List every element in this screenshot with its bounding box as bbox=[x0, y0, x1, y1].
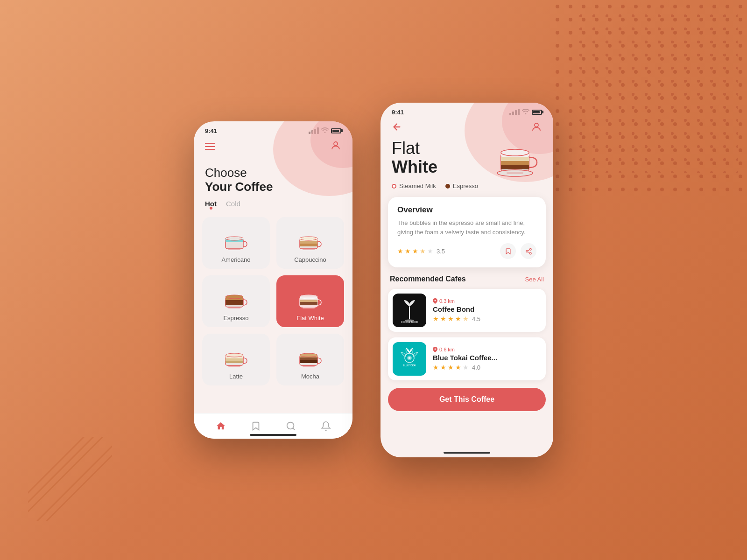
americano-cup bbox=[220, 225, 253, 252]
svg-line-60 bbox=[528, 250, 529, 251]
coffee-bond-name: Coffee Bond bbox=[433, 305, 541, 313]
cafe-card-blue-tokai[interactable]: BLUE TOKAI 0.6 km Blue Tokai Coffee... ★… bbox=[388, 337, 546, 380]
title-your-coffee: Your Coffee bbox=[205, 180, 341, 194]
dots-decoration bbox=[551, 0, 747, 196]
svg-text:COFFEE BOND: COFFEE BOND bbox=[401, 321, 418, 323]
ingredient-steamed-milk: Steamed Milk bbox=[392, 182, 436, 189]
svg-point-43 bbox=[287, 422, 294, 429]
svg-rect-55 bbox=[507, 172, 523, 174]
coffee-card-espresso[interactable]: Espresso bbox=[202, 275, 270, 327]
nav-bookmark[interactable] bbox=[249, 419, 263, 433]
svg-text:BLUE TOKAI: BLUE TOKAI bbox=[403, 364, 416, 367]
wifi-icon-1 bbox=[321, 127, 329, 134]
filter-hot[interactable]: Hot bbox=[205, 200, 217, 210]
hamburger-menu[interactable] bbox=[205, 143, 215, 150]
phone1-header bbox=[194, 136, 352, 159]
battery-icon-2 bbox=[532, 110, 542, 115]
recommended-title: Recommended Cafes bbox=[390, 275, 466, 283]
profile-icon-2[interactable] bbox=[531, 121, 542, 134]
svg-rect-16 bbox=[300, 241, 317, 244]
flat-white-name-grid: Flat White bbox=[296, 315, 324, 322]
steamed-milk-label: Steamed Milk bbox=[399, 182, 436, 189]
action-icons bbox=[500, 243, 536, 259]
get-coffee-button[interactable]: Get This Coffee bbox=[388, 388, 546, 411]
coffee-bond-rating: 4.5 bbox=[472, 315, 480, 322]
back-button[interactable] bbox=[392, 122, 402, 134]
star-half: ★ bbox=[420, 247, 426, 255]
espresso-label: Espresso bbox=[453, 182, 478, 189]
title-choose: Choose bbox=[205, 166, 341, 180]
svg-point-41 bbox=[300, 353, 317, 357]
svg-rect-17 bbox=[300, 244, 317, 246]
svg-point-58 bbox=[529, 252, 531, 254]
svg-point-56 bbox=[529, 248, 531, 250]
status-icons-2 bbox=[509, 108, 542, 116]
svg-line-59 bbox=[528, 252, 529, 252]
svg-point-53 bbox=[501, 149, 529, 156]
coffee-bond-logo: COFFEE BOND bbox=[393, 294, 426, 327]
home-bar-2 bbox=[444, 452, 490, 454]
lines-decoration bbox=[28, 437, 112, 523]
filter-tabs: Hot Cold bbox=[194, 198, 352, 217]
share-button[interactable] bbox=[521, 243, 536, 259]
coffee-card-cappuccino[interactable]: Cappuccino bbox=[276, 217, 344, 269]
cafe-card-coffee-bond[interactable]: COFFEE BOND 0.3 km Coffee Bond ★ ★ ★ ★ ★ bbox=[388, 289, 546, 332]
wifi-icon-2 bbox=[522, 108, 529, 116]
blue-tokai-rating: 4.0 bbox=[472, 364, 480, 371]
status-time-2: 9:41 bbox=[392, 109, 404, 116]
ingredient-espresso: Espresso bbox=[445, 182, 478, 189]
mocha-cup bbox=[294, 342, 327, 368]
rating-stars: ★ ★ ★ ★ ★ 3.5 bbox=[397, 247, 445, 255]
svg-rect-51 bbox=[501, 161, 529, 165]
coffee-card-latte[interactable]: Latte bbox=[202, 334, 270, 385]
cappuccino-cup bbox=[294, 225, 327, 252]
mocha-name: Mocha bbox=[301, 373, 319, 380]
bookmark-button[interactable] bbox=[500, 243, 516, 259]
svg-rect-27 bbox=[300, 300, 317, 302]
coffee-card-mocha[interactable]: Mocha bbox=[276, 334, 344, 385]
blue-tokai-info: 0.6 km Blue Tokai Coffee... ★ ★ ★ ★ ★ 4.… bbox=[433, 347, 541, 371]
phone2-hero: Flat White bbox=[381, 140, 553, 197]
svg-line-2 bbox=[28, 437, 103, 511]
see-all-button[interactable]: See All bbox=[525, 276, 544, 283]
coffee-bond-distance: 0.3 km bbox=[433, 298, 541, 304]
nav-search[interactable] bbox=[284, 419, 298, 433]
status-time-1: 9:41 bbox=[205, 127, 217, 134]
star-empty: ★ bbox=[427, 247, 433, 255]
signal-bars-2 bbox=[509, 109, 520, 115]
star-3: ★ bbox=[412, 247, 418, 255]
status-bar-1: 9:41 bbox=[194, 121, 352, 136]
svg-rect-19 bbox=[303, 249, 315, 250]
svg-point-18 bbox=[300, 237, 317, 240]
phone2-header-nav bbox=[381, 118, 553, 140]
latte-cup bbox=[220, 342, 253, 368]
svg-point-23 bbox=[226, 295, 243, 299]
svg-rect-22 bbox=[226, 300, 243, 305]
blue-tokai-stars: ★ ★ ★ ★ ★ 4.0 bbox=[433, 364, 541, 371]
filter-cold[interactable]: Cold bbox=[226, 200, 240, 210]
phones-container: 9:41 bbox=[194, 103, 553, 457]
overview-title: Overview bbox=[397, 205, 536, 215]
blue-tokai-name: Blue Tokai Coffee... bbox=[433, 354, 541, 362]
phone-1: 9:41 bbox=[194, 121, 352, 439]
svg-rect-36 bbox=[228, 365, 240, 367]
steamed-milk-dot bbox=[392, 184, 396, 189]
phone-2: 9:41 bbox=[381, 103, 553, 457]
espresso-cup bbox=[220, 284, 253, 310]
espresso-dot bbox=[445, 184, 450, 189]
recommended-header: Recommended Cafes See All bbox=[381, 275, 553, 289]
svg-point-67 bbox=[409, 357, 411, 359]
nav-bell[interactable] bbox=[319, 419, 333, 433]
profile-icon-1[interactable] bbox=[330, 140, 341, 153]
coffee-card-flat-white[interactable]: Flat White bbox=[276, 275, 344, 327]
svg-point-12 bbox=[226, 237, 243, 240]
svg-rect-42 bbox=[303, 365, 315, 367]
nav-home[interactable] bbox=[214, 419, 228, 433]
coffee-card-americano[interactable]: Americano bbox=[202, 217, 270, 269]
svg-rect-33 bbox=[226, 358, 243, 361]
svg-point-29 bbox=[300, 295, 317, 299]
status-bar-2: 9:41 bbox=[381, 103, 553, 118]
svg-rect-28 bbox=[300, 302, 317, 305]
battery-icon-1 bbox=[331, 128, 341, 133]
coffee-bond-stars: ★ ★ ★ ★ ★ 4.5 bbox=[433, 315, 541, 322]
